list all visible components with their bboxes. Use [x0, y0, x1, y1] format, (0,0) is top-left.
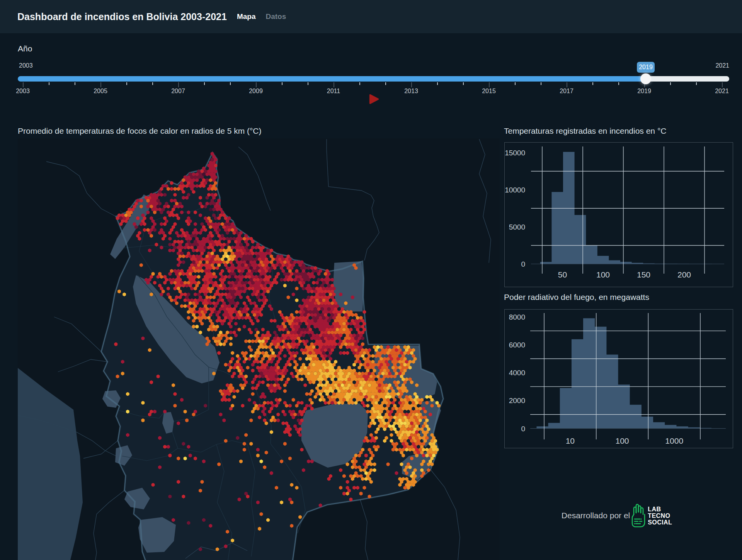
y-tick-label: 0 [521, 425, 525, 433]
x-tick-label: 200 [677, 270, 691, 279]
y-tick-label: 4000 [509, 369, 525, 377]
y-tick-label: 15000 [505, 149, 525, 157]
chart1-title: Temperaturas registradas en incendios en… [504, 126, 666, 136]
chart2-title: Poder radiativo del fuego, en megawatts [504, 293, 649, 302]
x-tick-label: 100 [616, 436, 629, 445]
lab-tecno-social-logo-text: LAB TECNO SOCIAL [648, 506, 672, 526]
y-tick-label: 0 [521, 260, 525, 268]
histogram-bars [540, 152, 712, 264]
chart-chart1: 50100150200050001000015000 [505, 146, 724, 279]
map-layers [18, 138, 500, 560]
histogram-bars [536, 318, 723, 429]
x-tick-label: 150 [637, 270, 650, 279]
radiative-power-histogram[interactable]: 10100100002000400060008000 [504, 309, 733, 448]
dashboard-root: Dashboard de incendios en Bolivia 2003-2… [0, 0, 742, 560]
x-tick-label: 10 [566, 436, 575, 445]
lab-tecno-social-logo-icon [631, 503, 646, 528]
credit-text: Desarrollado por el [562, 511, 630, 520]
chart-chart2: 10100100002000400060008000 [509, 313, 726, 445]
y-tick-label: 6000 [509, 341, 525, 349]
x-tick-label: 100 [596, 270, 610, 279]
x-tick-label: 50 [558, 270, 567, 279]
y-tick-label: 5000 [509, 223, 525, 231]
footer-credit: Desarrollado por el LAB TECNO SOCIAL [536, 498, 698, 533]
y-tick-label: 8000 [509, 313, 525, 321]
temperature-histogram[interactable]: 50100150200050001000015000 [504, 142, 733, 287]
y-tick-label: 2000 [509, 397, 525, 405]
patch-noelkempff [333, 261, 364, 311]
x-tick-label: 1000 [665, 436, 683, 445]
y-tick-label: 10000 [505, 186, 525, 194]
